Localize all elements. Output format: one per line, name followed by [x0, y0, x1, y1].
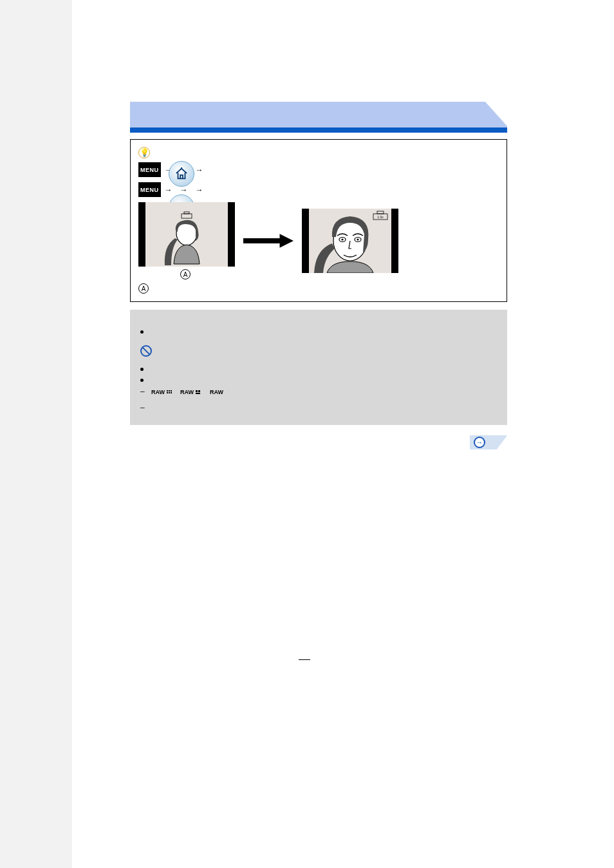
svg-rect-28 — [196, 393, 200, 394]
bulb-icon: 💡 — [138, 147, 150, 158]
next-page-link[interactable]: → — [130, 435, 507, 449]
bullet-icon — [140, 330, 144, 334]
dash-icon: – — [140, 402, 145, 414]
page-number — [130, 654, 507, 664]
page-banner — [130, 102, 507, 133]
svg-rect-24 — [171, 392, 172, 393]
svg-rect-21 — [171, 390, 172, 392]
arrow-icon: → — [196, 164, 203, 176]
svg-rect-27 — [198, 390, 200, 392]
arrow-right-icon: → — [474, 437, 485, 448]
svg-rect-23 — [169, 392, 170, 393]
svg-text:RAW: RAW — [151, 389, 165, 395]
svg-rect-22 — [167, 392, 168, 393]
after-thumbnail: 1.0x — [302, 209, 398, 273]
transform-arrow-icon — [243, 234, 294, 248]
before-thumbnail — [138, 202, 235, 267]
svg-rect-26 — [196, 390, 198, 392]
bullet-icon — [140, 379, 144, 382]
notes-box: – RAW RAW RAW – — [130, 310, 507, 425]
raw-fine-icon: RAW — [151, 388, 174, 396]
menu-chip: MENU — [138, 182, 161, 197]
bullet-icon — [140, 368, 144, 371]
raw-only-icon: RAW — [210, 388, 227, 396]
svg-text:RAW: RAW — [210, 389, 224, 395]
legend-a: A — [138, 283, 499, 294]
svg-rect-20 — [169, 390, 170, 392]
arrow-icon: → — [196, 184, 203, 196]
raw-std-icon: RAW — [180, 388, 203, 396]
svg-text:RAW: RAW — [180, 389, 194, 395]
menu-chip: MENU — [138, 162, 161, 177]
not-available-icon — [140, 345, 152, 357]
dash-icon: – — [140, 386, 145, 398]
svg-rect-19 — [167, 390, 168, 392]
svg-point-12 — [341, 238, 343, 240]
svg-point-14 — [357, 238, 358, 240]
svg-marker-8 — [243, 234, 293, 247]
svg-text:1.0x: 1.0x — [377, 215, 384, 219]
label-a-marker: A — [180, 269, 191, 279]
home-icon[interactable] — [169, 161, 194, 187]
note-text: RAW RAW RAW — [149, 386, 228, 398]
